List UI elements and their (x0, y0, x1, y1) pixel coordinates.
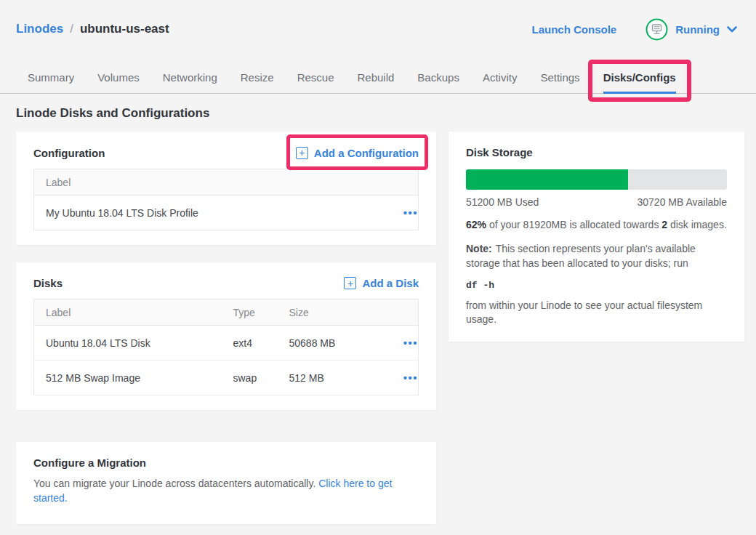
chevron-down-icon[interactable] (727, 26, 737, 33)
launch-console-link[interactable]: Launch Console (531, 23, 616, 36)
configuration-row-label: My Ubuntu 18.04 LTS Disk Profile (34, 196, 365, 230)
tab-rescue[interactable]: Rescue (297, 71, 334, 93)
disks-column-type: Type (222, 299, 278, 326)
configuration-table: Label My Ubuntu 18.04 LTS Disk Profile •… (33, 169, 419, 230)
note-body-text: This section represents your plan's avai… (466, 243, 696, 268)
status-badge: Running (675, 23, 720, 36)
migration-panel: Configure a Migration You can migrate yo… (16, 442, 436, 524)
breadcrumb-separator: / (70, 22, 73, 36)
breadcrumb-current-linode: ubuntu-us-east (80, 22, 169, 36)
tab-backups[interactable]: Backups (417, 71, 459, 93)
tab-disks-configs[interactable]: Disks/Configs (603, 71, 676, 93)
note-tail-text: from within your Linode to see your actu… (466, 299, 727, 327)
tab-summary[interactable]: Summary (28, 71, 74, 93)
disks-panel-title: Disks (33, 277, 63, 289)
tab-disks-configs-label: Disks/Configs (603, 71, 676, 84)
tab-networking[interactable]: Networking (163, 71, 217, 93)
disk-type: ext4 (222, 326, 278, 361)
storage-available-label: 30720 MB Available (638, 196, 728, 208)
tab-settings[interactable]: Settings (540, 71, 579, 93)
disk-storage-panel: Disk Storage 51200 MB Used 30720 MB Avai… (449, 132, 744, 342)
disks-panel: Disks + Add a Disk Label Type Size (16, 262, 436, 410)
disks-column-size: Size (278, 299, 374, 326)
migration-panel-title: Configure a Migration (33, 456, 146, 469)
add-configuration-button[interactable]: + Add a Configuration (296, 147, 419, 159)
disk-label: 512 MB Swap Image (34, 361, 222, 395)
allocation-percent: 62% (466, 219, 486, 230)
storage-note: Note:This section represents your plan's… (466, 242, 727, 270)
add-disk-label: Add a Disk (362, 277, 419, 289)
note-label: Note: (466, 243, 492, 254)
configuration-actions-menu-icon[interactable]: ••• (403, 206, 418, 219)
disks-table: Label Type Size Ubuntu 18.04 LTS Disk ex… (33, 299, 419, 395)
disk-label: Ubuntu 18.04 LTS Disk (34, 326, 222, 361)
configuration-panel-title: Configuration (33, 147, 105, 159)
disks-column-label: Label (34, 299, 222, 326)
tab-resize[interactable]: Resize (241, 71, 274, 93)
header-actions: Launch Console Running (531, 18, 737, 41)
plus-square-icon: + (344, 277, 356, 289)
storage-progress-fill (466, 169, 628, 190)
disk-size: 512 MB (278, 361, 374, 395)
configuration-column-label: Label (34, 169, 365, 196)
allocation-end-text: disk images. (667, 219, 727, 230)
plus-square-icon: + (296, 147, 308, 159)
linode-tabbar: Summary Volumes Networking Resize Rescue… (0, 71, 756, 94)
migration-description: You can migrate your Linode across datac… (33, 477, 419, 505)
disk-storage-title: Disk Storage (466, 146, 533, 158)
storage-allocation-summary: 62% of your 81920MB is allocated towards… (466, 218, 727, 232)
breadcrumb: Linodes / ubuntu-us-east (16, 22, 169, 36)
page-header: Linodes / ubuntu-us-east Launch Console … (0, 0, 756, 47)
configuration-row: My Ubuntu 18.04 LTS Disk Profile ••• (34, 196, 419, 230)
main-content: Linode Disks and Configurations Configur… (0, 106, 756, 524)
disk-row-swap: 512 MB Swap Image swap 512 MB ••• (34, 361, 419, 395)
disk-actions-menu-icon[interactable]: ••• (403, 371, 418, 384)
disk-row-ubuntu: Ubuntu 18.04 LTS Disk ext4 50688 MB ••• (34, 326, 419, 361)
migration-body-text: You can migrate your Linode across datac… (33, 478, 318, 489)
linode-status-menu[interactable]: Running (646, 18, 737, 41)
disk-type: swap (222, 361, 278, 395)
disk-actions-menu-icon[interactable]: ••• (403, 337, 418, 349)
storage-used-label: 51200 MB Used (466, 196, 539, 208)
allocation-middle-text: of your 81920MB is allocated towards (486, 219, 662, 230)
tab-volumes[interactable]: Volumes (97, 71, 140, 93)
breadcrumb-linodes-link[interactable]: Linodes (16, 22, 63, 36)
df-command-code: df -h (466, 280, 727, 291)
disk-size: 50688 MB (278, 326, 374, 361)
server-status-icon (646, 18, 668, 41)
configuration-panel: Configuration + Add a Configuration Labe… (16, 132, 436, 245)
page-title: Linode Disks and Configurations (16, 106, 744, 121)
add-configuration-label: Add a Configuration (314, 147, 419, 159)
allocation-count: 2 (662, 219, 667, 230)
tab-activity[interactable]: Activity (483, 71, 518, 93)
storage-progress-bar (466, 169, 727, 190)
tab-rebuild[interactable]: Rebuild (357, 71, 394, 93)
add-disk-button[interactable]: + Add a Disk (344, 277, 419, 289)
